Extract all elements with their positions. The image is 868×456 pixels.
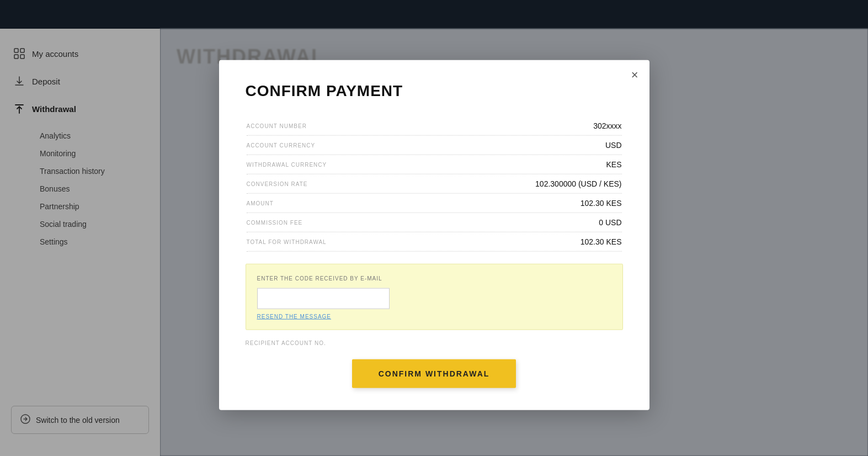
code-input[interactable]	[257, 288, 390, 309]
detail-row: WITHDRAWAL CURRENCYKES	[247, 155, 622, 174]
resend-link[interactable]: RESEND THE MESSAGE	[257, 314, 611, 320]
confirm-withdrawal-button[interactable]: CONFIRM WITHDRAWAL	[352, 359, 516, 388]
payment-details-table: ACCOUNT NUMBER302xxxxACCOUNT CURRENCYUSD…	[246, 115, 623, 253]
detail-label: CONVERSION RATE	[247, 181, 500, 187]
detail-row: AMOUNT102.30 KES	[247, 194, 622, 213]
detail-value: KES	[500, 160, 622, 169]
recipient-label: RECIPIENT ACCOUNT NO.	[246, 340, 623, 346]
detail-row: CONVERSION RATE102.300000 (USD / KES)	[247, 174, 622, 194]
detail-value: 102.300000 (USD / KES)	[500, 179, 622, 188]
code-label: ENTER THE CODE RECEIVED BY E-MAIL	[257, 274, 611, 283]
detail-row: TOTAL FOR WITHDRAWAL102.30 KES	[247, 232, 622, 252]
detail-value: 0 USD	[500, 218, 622, 227]
detail-value: USD	[500, 141, 622, 150]
detail-value: 302xxxx	[500, 121, 622, 130]
detail-label: ACCOUNT CURRENCY	[247, 142, 500, 148]
confirm-payment-modal: × CONFIRM PAYMENT ACCOUNT NUMBER302xxxxA…	[219, 60, 649, 410]
detail-label: ACCOUNT NUMBER	[247, 123, 500, 129]
detail-label: AMOUNT	[247, 200, 500, 206]
code-section: ENTER THE CODE RECEIVED BY E-MAIL RESEND…	[246, 264, 623, 330]
detail-row: COMMISSION FEE0 USD	[247, 213, 622, 232]
detail-row: ACCOUNT NUMBER302xxxx	[247, 116, 622, 136]
modal-close-button[interactable]: ×	[631, 69, 638, 81]
detail-label: WITHDRAWAL CURRENCY	[247, 161, 500, 167]
detail-label: COMMISSION FEE	[247, 219, 500, 225]
detail-label: TOTAL FOR WITHDRAWAL	[247, 238, 500, 245]
modal-title: CONFIRM PAYMENT	[246, 82, 623, 100]
detail-value: 102.30 KES	[500, 237, 622, 246]
detail-row: ACCOUNT CURRENCYUSD	[247, 136, 622, 155]
detail-value: 102.30 KES	[500, 199, 622, 208]
